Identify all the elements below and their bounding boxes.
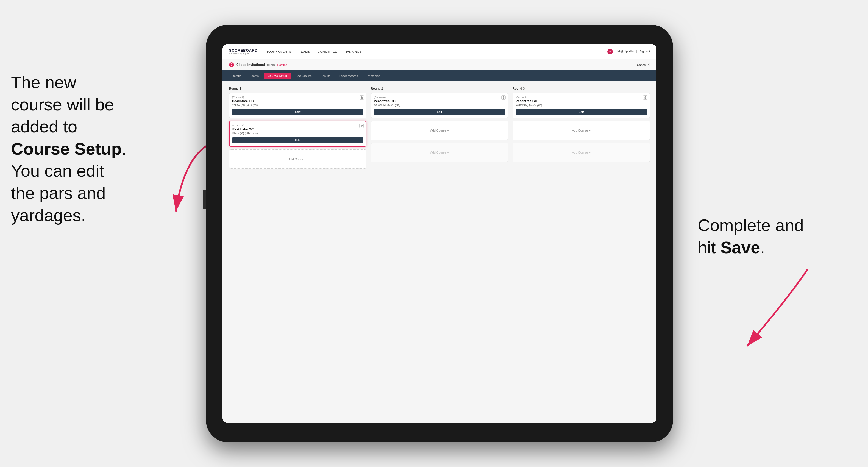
round1-course-a-edit-button[interactable]: Edit — [232, 109, 363, 115]
round3-course-a-tee: Yellow (M) (6629 yds) — [516, 103, 647, 106]
user-avatar: B — [607, 49, 613, 54]
user-email: blair@clippd.io — [616, 50, 634, 53]
tab-bar: Details Teams Course Setup Tee Groups Re… — [222, 70, 656, 81]
round1-course-b-edit-button[interactable]: Edit — [232, 137, 363, 144]
round1-course-b-label: (Course B) — [232, 124, 363, 127]
round3-add-course-label: Add Course + — [572, 129, 591, 132]
top-nav-right: B blair@clippd.io | Sign out — [607, 49, 650, 54]
round3-add-course-disabled: Add Course + — [513, 143, 650, 162]
nav-teams[interactable]: TEAMS — [299, 50, 310, 53]
logo-sub: Powered by clippd — [229, 53, 258, 55]
tournament-gender: (Men) — [267, 63, 275, 66]
cancel-x: ✕ — [647, 63, 650, 66]
tablet-side-button — [203, 190, 206, 209]
tablet: SCOREBOARD Powered by clippd TOURNAMENTS… — [206, 25, 673, 442]
tournament-title: C Clippd Invitational (Men) Hosting — [229, 62, 287, 67]
tab-details[interactable]: Details — [228, 72, 245, 79]
round3-course-a-card: (Course A) Peachtree GC Yellow (M) (6629… — [513, 93, 650, 118]
nav-committee[interactable]: COMMITTEE — [318, 50, 337, 53]
tab-leaderboards[interactable]: Leaderboards — [335, 72, 362, 79]
round1-course-a-tee: Yellow (M) (6629 yds) — [232, 103, 363, 106]
round1-course-a-name: Peachtree GC — [232, 99, 363, 103]
round1-add-course-button[interactable]: Add Course + — [229, 150, 366, 169]
annotation-left-text: The newcourse will beadded toCourse Setu… — [11, 73, 126, 225]
round2-add-course-button[interactable]: Add Course + — [371, 121, 508, 140]
nav-rankings[interactable]: RANKINGS — [345, 50, 362, 53]
round1-add-course-label: Add Course + — [288, 157, 307, 161]
round1-course-a-card: (Course A) Peachtree GC Yellow (M) (6629… — [229, 93, 366, 118]
tab-printables[interactable]: Printables — [363, 72, 384, 79]
logo-title: SCOREBOARD — [229, 48, 258, 53]
tablet-screen: SCOREBOARD Powered by clippd TOURNAMENTS… — [222, 44, 656, 423]
tab-results[interactable]: Results — [316, 72, 334, 79]
rounds-grid: Round 1 (Course A) Peachtree GC Yellow (… — [229, 87, 650, 417]
round2-course-a-edit-button[interactable]: Edit — [374, 109, 505, 115]
round3-add-course-disabled-label: Add Course + — [572, 151, 591, 154]
round3-course-a-name: Peachtree GC — [516, 99, 647, 103]
round1-course-b-name: East Lake GC — [232, 127, 363, 131]
round3-add-course-button[interactable]: Add Course + — [513, 121, 650, 140]
round1-course-b-card: (Course B) East Lake GC Black (M) (6891 … — [229, 121, 366, 147]
scoreboard-logo: SCOREBOARD Powered by clippd — [229, 48, 258, 55]
round-3-header: Round 3 — [513, 87, 650, 90]
nav-separator: | — [637, 50, 637, 53]
round2-course-a-label: (Course A) — [374, 96, 505, 99]
tab-course-setup[interactable]: Course Setup — [264, 72, 291, 79]
arrow-right — [731, 264, 813, 357]
tab-teams[interactable]: Teams — [246, 72, 262, 79]
round1-course-b-delete-button[interactable]: 🗑 — [359, 124, 364, 128]
tab-tee-groups[interactable]: Tee Groups — [292, 72, 316, 79]
cancel-label: Cancel — [637, 63, 646, 66]
round1-course-a-delete-button[interactable]: 🗑 — [360, 95, 364, 100]
round-1-header: Round 1 — [229, 87, 366, 90]
round-3-column: Round 3 (Course A) Peachtree GC Yellow (… — [513, 87, 650, 417]
round-2-header: Round 2 — [371, 87, 508, 90]
round2-add-course-label: Add Course + — [430, 129, 449, 132]
tournament-status: Hosting — [277, 63, 287, 66]
round2-course-a-tee: Yellow (M) (6629 yds) — [374, 103, 505, 106]
annotation-right-text: Complete andhit Save. — [698, 216, 804, 257]
tournament-name: Clippd Invitational — [236, 63, 265, 67]
cancel-button[interactable]: Cancel ✕ — [637, 63, 650, 66]
round3-course-a-label: (Course A) — [516, 96, 647, 99]
c-logo: C — [229, 62, 234, 67]
round3-course-a-delete-button[interactable]: 🗑 — [643, 95, 647, 100]
round2-course-a-name: Peachtree GC — [374, 99, 505, 103]
round2-add-course-disabled-label: Add Course + — [430, 151, 449, 154]
round1-course-a-label: (Course A) — [232, 96, 363, 99]
round1-course-b-tee: Black (M) (6891 yds) — [232, 132, 363, 135]
round-2-column: Round 2 (Course A) Peachtree GC Yellow (… — [371, 87, 508, 417]
top-nav-links: TOURNAMENTS TEAMS COMMITTEE RANKINGS — [267, 50, 607, 53]
round2-add-course-disabled: Add Course + — [371, 143, 508, 162]
annotation-right: Complete andhit Save. — [698, 214, 851, 258]
top-nav: SCOREBOARD Powered by clippd TOURNAMENTS… — [222, 44, 656, 59]
sign-out-link[interactable]: Sign out — [640, 50, 650, 53]
main-content: Round 1 (Course A) Peachtree GC Yellow (… — [222, 81, 656, 423]
sub-nav: C Clippd Invitational (Men) Hosting Canc… — [222, 59, 656, 70]
round3-course-a-edit-button[interactable]: Edit — [516, 109, 647, 115]
round2-course-a-delete-button[interactable]: 🗑 — [501, 95, 506, 100]
nav-tournaments[interactable]: TOURNAMENTS — [267, 50, 291, 53]
round-1-column: Round 1 (Course A) Peachtree GC Yellow (… — [229, 87, 366, 417]
round2-course-a-card: (Course A) Peachtree GC Yellow (M) (6629… — [371, 93, 508, 118]
